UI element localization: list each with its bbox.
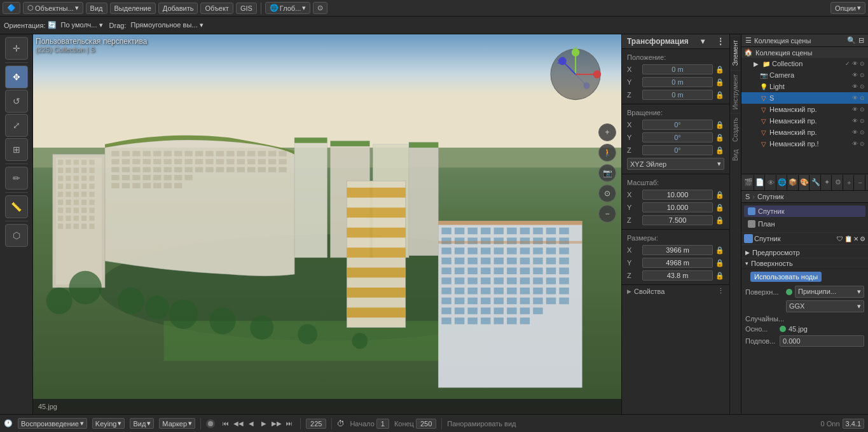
subsurface-value[interactable]: 0.000 [780,335,864,347]
tool-move[interactable]: ✥ [5,66,28,88]
n1-eye-icon[interactable]: 👁 [851,106,858,113]
properties-section[interactable]: ▶ Свойства ⋮ [622,285,729,297]
keying-menu[interactable]: Keying ▾ [92,418,125,429]
scene-collection-row[interactable]: 🏠 Коллекция сцены [741,47,868,58]
mat-settings-icon[interactable]: ⚙ [860,235,865,242]
walk-mode-btn[interactable]: 🚶 [598,144,616,162]
bottom-right-indicator[interactable]: 3.4.1 [843,419,864,429]
mode-dropdown[interactable]: ⬡ Объектны... ▾ [23,2,83,14]
mat-copy-icon[interactable]: 📋 [844,235,852,242]
drag-dropdown[interactable]: Прямоугольное вы... ▾ [128,20,205,30]
tab-view[interactable]: 👁 [766,175,776,190]
outliner-item-collection[interactable]: ▶ 📁 Collection ✓ 👁 ⊙ [741,58,868,69]
coll-check-icon[interactable]: ✓ [844,60,851,67]
skip-end-btn[interactable]: ⏭ [284,418,295,429]
view-menu-timeline[interactable]: Вид ▾ [130,418,154,429]
light-eye-icon[interactable]: 👁 [851,83,858,90]
tab-particles[interactable]: ✦ [822,175,832,190]
use-nodes-btn[interactable]: Использовать ноды [750,272,822,282]
rot-x-value[interactable]: 0° [642,120,713,130]
rotation-mode-dropdown[interactable]: XYZ Эйлер ▾ [627,158,724,170]
markers-menu[interactable]: Маркер ▾ [159,418,195,429]
scale-y-value[interactable]: 10.000 [642,202,713,213]
tab-world[interactable]: 🌐 [778,175,788,190]
tool-annotate[interactable]: ✏ [5,167,28,190]
add-menu[interactable]: Добавить [158,3,198,14]
view-tab[interactable]: Вид [731,146,740,165]
skip-start-btn[interactable]: ⏮ [220,418,231,429]
ggx-dropdown[interactable]: GGX ▾ [786,300,864,312]
n2-cursor-icon[interactable]: ⊙ [859,118,865,124]
tool-add[interactable]: ⬡ [5,224,28,247]
pos-x-lock[interactable]: 🔒 [715,66,724,74]
cam-cursor-icon[interactable]: ⊙ [859,72,865,78]
tab-physics[interactable]: ⚙ [833,175,843,190]
rot-z-lock[interactable]: 🔒 [715,146,724,155]
play-btn[interactable]: ▶ [258,418,270,429]
outliner-item-neman4[interactable]: ▽ Неманский пр.! 👁 ⊙ [741,138,868,150]
snap-toggle[interactable]: ⊙ [313,2,327,14]
n4-cursor-icon[interactable]: ⊙ [859,141,865,147]
mat-shield-icon[interactable]: 🛡 [837,235,843,242]
viewport-3d[interactable]: Y X Z Пользовательская перспектива (225)… [33,34,621,414]
outliner-item-s[interactable]: ▽ S 👁 ⊙ [741,92,868,104]
frame-end-input[interactable]: 250 [416,419,436,429]
preview-section-title[interactable]: ▶ Предпросмотр [741,247,868,258]
global-dropdown[interactable]: 🌐 Глоб... ▾ [265,2,310,14]
pos-x-value[interactable]: 0 m [642,64,713,74]
create-tab[interactable]: Создать [731,113,740,146]
outliner-item-camera[interactable]: 📷 Camera 👁 ⊙ [741,69,868,81]
prev-frame-btn[interactable]: ◀◀ [233,418,244,429]
element-tab[interactable]: Элемент [731,36,740,70]
scale-z-lock[interactable]: 🔒 [715,216,724,225]
playback-menu[interactable]: Воспроизведение ▾ [18,418,87,429]
s-cursor-icon[interactable]: ⊙ [859,95,865,101]
tool-scale[interactable]: ⤢ [5,114,28,137]
n3-eye-icon[interactable]: 👁 [851,129,858,136]
tab-render[interactable]: 🎬 [744,175,754,190]
tab-output[interactable]: 📄 [755,175,766,190]
camera-btn[interactable]: 📷 [598,164,616,182]
dim-y-lock[interactable]: 🔒 [715,259,724,267]
prev-keyframe-btn[interactable]: ◀ [245,418,257,429]
material-slot-sputnik[interactable]: Спутник [744,206,865,217]
coll-eye-icon[interactable]: 👁 [851,60,858,67]
pos-y-lock[interactable]: 🔒 [715,78,724,87]
outliner-filter-icon[interactable]: ⊟ [858,36,864,45]
rot-y-lock[interactable]: 🔒 [715,134,724,142]
n4-eye-icon[interactable]: 👁 [851,141,858,147]
rot-x-lock[interactable]: 🔒 [715,121,724,129]
scale-z-value[interactable]: 7.500 [642,215,713,225]
tool-tab[interactable]: Инструмент [731,70,740,113]
tool-cursor[interactable]: ✛ [5,37,28,60]
rot-z-value[interactable]: 0° [642,145,713,155]
orientation-dropdown[interactable]: По умолч... ▾ [59,20,106,30]
dim-z-value[interactable]: 43.8 m [642,270,713,281]
dim-x-value[interactable]: 3966 m [642,245,713,255]
record-btn[interactable] [206,419,215,428]
tab-modifier[interactable]: 🔧 [811,175,821,190]
transform-collapse[interactable]: ▾ [701,37,705,46]
tool-measure[interactable]: 📏 [5,195,28,218]
prop-options[interactable]: ⋮ [717,287,724,295]
options-btn[interactable]: Опции ▾ [830,2,865,14]
next-keyframe-btn[interactable]: ▶▶ [271,418,282,429]
outliner-search-icon[interactable]: 🔍 [847,36,856,45]
surface-section-title[interactable]: ▾ Поверхность [741,258,868,269]
tab-material[interactable]: 🎨 [800,175,810,190]
zoom-out-btn[interactable]: − [598,205,616,223]
dim-y-value[interactable]: 4968 m [642,258,713,268]
material-slot-plan[interactable]: План [744,218,865,230]
outliner-item-neman2[interactable]: ▽ Неманский пр. 👁 ⊙ [741,115,868,127]
n1-cursor-icon[interactable]: ⊙ [859,106,865,113]
projection-btn[interactable]: ⊙ [598,185,616,202]
dim-x-lock[interactable]: 🔒 [715,246,724,254]
scale-y-lock[interactable]: 🔒 [715,204,724,212]
outliner-item-neman1[interactable]: ▽ Неманский пр. 👁 ⊙ [741,104,868,115]
tool-transform[interactable]: ⊞ [5,138,28,161]
tab-object[interactable]: 📦 [789,175,799,190]
n2-eye-icon[interactable]: 👁 [851,118,858,124]
cam-eye-icon[interactable]: 👁 [851,72,858,78]
outliner-item-light[interactable]: 💡 Light 👁 ⊙ [741,81,868,92]
rot-y-value[interactable]: 0° [642,132,713,143]
